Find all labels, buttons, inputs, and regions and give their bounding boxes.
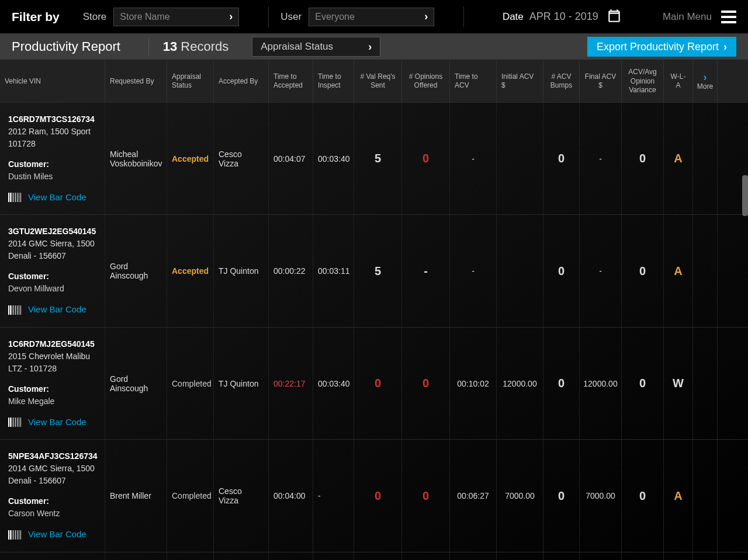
requested-by-cell — [105, 552, 167, 560]
accepted-by-cell: TJ Quinton — [214, 215, 269, 327]
scrollbar-thumb[interactable] — [742, 175, 748, 216]
user-dropdown[interactable]: Everyone › — [309, 8, 434, 26]
divider — [463, 6, 464, 27]
col-accepted-by[interactable]: Accepted By — [214, 61, 269, 102]
page-title: Productivity Report — [12, 39, 120, 54]
variance-cell: 0 — [622, 103, 664, 215]
hamburger-icon[interactable] — [721, 11, 736, 23]
col-acv-bumps[interactable]: # ACV Bumps — [543, 61, 580, 102]
table-row[interactable]: 1C6RD7MJ2EG540145 2015 Chevrolet Malibu — [0, 552, 748, 560]
wla-cell: A — [664, 215, 693, 327]
view-barcode-link[interactable]: View Bar Code — [28, 528, 86, 541]
col-requested-by[interactable]: Requested By — [105, 61, 167, 102]
accepted-by-cell — [214, 552, 269, 560]
variance-cell — [622, 552, 664, 560]
table-row[interactable]: 5NPE34AFJ3CS126734 2014 GMC Sierra, 1500… — [0, 440, 748, 552]
calendar-icon[interactable] — [607, 8, 622, 26]
val-req-cell: 5 — [354, 103, 402, 215]
time-accepted-cell: 00:04:00 — [269, 440, 313, 552]
status-cell: Completed — [167, 328, 214, 440]
table-row[interactable]: 1C6RD7MT3CS126734 2012 Ram, 1500 Sport 1… — [0, 103, 748, 215]
table-row[interactable]: 1C6RD7MJ2EG540145 2015 Chevrolet Malibu … — [0, 328, 748, 440]
opinions-cell: 0 — [402, 103, 450, 215]
vin-cell: 5NPE34AFJ3CS126734 2014 GMC Sierra, 1500… — [0, 440, 105, 552]
opinions-cell: 0 — [402, 328, 450, 440]
time-acv-cell: - — [450, 103, 497, 215]
vin-cell: 3GTU2WEJ2EG540145 2014 GMC Sierra, 1500 … — [0, 215, 105, 327]
status-cell: Accepted — [167, 215, 214, 327]
status-cell — [167, 552, 214, 560]
row-spacer — [693, 552, 718, 560]
col-opinions[interactable]: # Opinions Offered — [402, 61, 450, 102]
barcode-icon — [8, 193, 22, 202]
requested-by-cell: Micheal Voskoboinikov — [105, 103, 167, 215]
store-filter-group: Store Store Name › — [83, 8, 240, 26]
chevron-right-icon: › — [368, 41, 372, 53]
user-filter-group: User Everyone › — [280, 8, 434, 26]
appraisal-status-dropdown[interactable]: Appraisal Status › — [252, 37, 380, 57]
final-acv-cell: - — [580, 103, 622, 215]
col-val-req[interactable]: # Val Req's Sent — [354, 61, 402, 102]
col-time-accepted[interactable]: Time to Accepted — [269, 61, 313, 102]
vin-number: 1C6RD7MT3CS126734 — [8, 113, 95, 126]
vehicle-description: 2014 GMC Sierra, 1500 Denali - 156607 — [8, 238, 96, 262]
vin-number: 1C6RD7MJ2EG540145 — [8, 338, 95, 350]
final-acv-cell: 7000.00 — [580, 440, 622, 552]
time-acv-cell: 00:06:27 — [450, 440, 497, 552]
vehicle-description: 2014 GMC Sierra, 1500 Denali - 156607 — [8, 462, 96, 487]
variance-cell: 0 — [622, 215, 664, 327]
col-time-inspect[interactable]: Time to Inspect — [313, 61, 354, 102]
view-barcode-link[interactable]: View Bar Code — [28, 191, 86, 204]
initial-acv-cell — [497, 103, 543, 215]
time-inspect-cell: 00:03:40 — [313, 328, 354, 440]
view-barcode-link[interactable]: View Bar Code — [28, 416, 86, 429]
vehicle-description: 2015 Chevrolet Malibu LTZ - 101728 — [8, 350, 96, 375]
accepted-by-cell: Cesco Vizza — [214, 103, 269, 215]
initial-acv-cell: 7000.00 — [497, 440, 543, 552]
main-menu-label[interactable]: Main Menu — [663, 11, 712, 23]
val-req-cell: 0 — [354, 328, 402, 440]
col-time-acv[interactable]: Time to ACV — [450, 61, 497, 102]
divider — [268, 6, 269, 27]
requested-by-cell: Gord Ainscough — [105, 328, 167, 440]
requested-by-cell: Brent Miller — [105, 440, 167, 552]
col-wla[interactable]: W-L-A — [664, 61, 693, 102]
filter-by-label: Filter by — [12, 10, 60, 24]
col-final-acv[interactable]: Final ACV $ — [580, 61, 622, 102]
status-cell: Completed — [167, 440, 214, 552]
view-barcode-link[interactable]: View Bar Code — [28, 303, 86, 316]
date-value: APR 10 - 2019 — [529, 11, 598, 23]
acv-bumps-cell: 0 — [543, 215, 580, 327]
requested-by-cell: Gord Ainscough — [105, 215, 167, 327]
col-initial-acv[interactable]: Initial ACV $ — [497, 61, 543, 102]
time-acv-cell: - — [450, 215, 497, 327]
customer-label: Customer: — [8, 383, 49, 395]
more-columns-button[interactable]: › More — [693, 61, 718, 102]
export-button[interactable]: Export Productivity Report › — [587, 37, 736, 57]
row-spacer — [693, 328, 718, 440]
initial-acv-cell — [497, 215, 543, 327]
customer-name: Devon Millward — [8, 283, 64, 295]
time-accepted-cell: 00:04:07 — [269, 103, 313, 215]
store-dropdown[interactable]: Store Name › — [113, 8, 239, 26]
variance-cell: 0 — [622, 328, 664, 440]
acv-bumps-cell: 0 — [543, 103, 580, 215]
time-accepted-cell: 00:00:22 — [269, 215, 313, 327]
customer-name: Dustin Miles — [8, 171, 53, 183]
customer-name: Carson Wentz — [8, 507, 60, 520]
col-variance[interactable]: ACV/Avg Opinion Variance — [622, 61, 664, 102]
acv-bumps-cell — [543, 552, 580, 560]
initial-acv-cell — [497, 552, 543, 560]
report-table[interactable]: Vehicle VIN Requested By Appraisal Statu… — [0, 61, 748, 560]
table-row[interactable]: 3GTU2WEJ2EG540145 2014 GMC Sierra, 1500 … — [0, 215, 748, 328]
chevron-right-icon: › — [424, 11, 428, 23]
time-inspect-cell: - — [313, 440, 354, 552]
more-label: More — [697, 82, 713, 92]
col-vin[interactable]: Vehicle VIN — [0, 61, 105, 102]
col-appraisal-status[interactable]: Appraisal Status — [167, 61, 214, 102]
barcode-icon — [8, 530, 22, 540]
variance-cell: 0 — [622, 440, 664, 552]
wla-cell: A — [664, 103, 693, 215]
divider — [148, 38, 149, 55]
accepted-by-cell: Cesco Vizza — [214, 440, 269, 552]
